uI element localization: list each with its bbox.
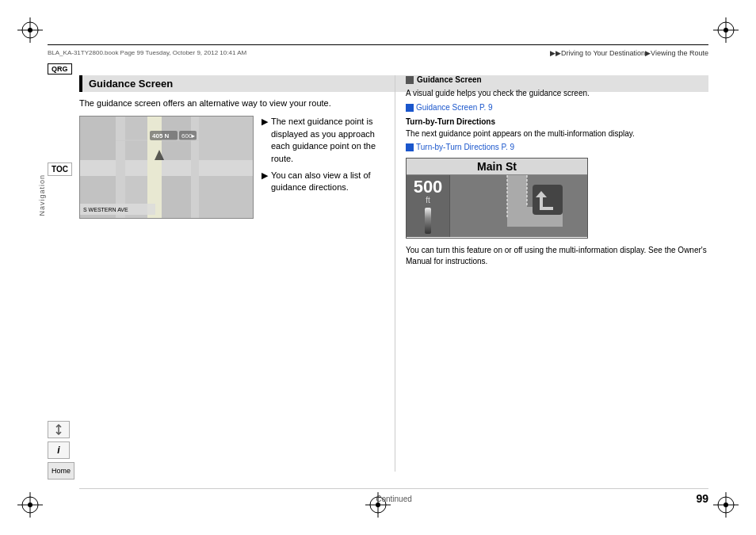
guidance-link-icon	[406, 104, 414, 112]
svg-text:405 N: 405 N	[152, 132, 170, 139]
home-button[interactable]: Home	[48, 462, 74, 480]
svg-rect-32	[162, 176, 191, 219]
svg-point-7	[724, 28, 728, 32]
bullet-arrow-1: ▶	[262, 116, 268, 165]
turn-street-name: Main St	[407, 159, 587, 175]
bullet-item-2: ▶ You can also view a list of guidance d…	[262, 170, 388, 194]
bullet-text-1: The next guidance point is displayed as …	[271, 116, 388, 165]
distance-number: 500	[414, 178, 443, 196]
distance-area: 500 ft	[407, 175, 450, 237]
bullet-text-2: You can also view a list of guidance dir…	[271, 170, 388, 194]
footer-page-number: 99	[645, 492, 708, 505]
svg-rect-27	[125, 117, 147, 160]
bottom-text: You can turn this feature on or off usin…	[406, 245, 708, 267]
tbt-link[interactable]: Turn-by-Turn Directions P. 9	[406, 143, 708, 151]
corner-mark-bl	[16, 491, 44, 519]
tbt-link-icon	[406, 143, 414, 151]
svg-rect-22	[80, 160, 254, 176]
tbt-title: Turn-by-Turn Directions	[406, 117, 708, 126]
corner-mark-br	[712, 491, 740, 519]
bullet-item-1: ▶ The next guidance point is displayed a…	[262, 116, 388, 165]
tbt-desc: The next guidance point appears on the m…	[406, 128, 708, 139]
turn-display: Main St 500 ft	[406, 158, 588, 239]
svg-point-3	[28, 28, 32, 32]
svg-point-15	[724, 503, 728, 507]
filename-label: BLA_KA-31TY2800.book Page 99 Tuesday, Oc…	[48, 49, 246, 56]
main-content: Guidance Screen The guidance screen offe…	[79, 75, 708, 487]
toc-badge[interactable]: TOC	[48, 155, 72, 176]
svg-text:S WESTERN AVE: S WESTERN AVE	[83, 207, 128, 212]
turn-arrow-area	[450, 175, 587, 237]
footer: Continued 99	[79, 488, 708, 505]
right-column: Guidance Screen A visual guide helps you…	[406, 75, 708, 267]
right-header-icon	[406, 76, 414, 84]
tbt-link-text: Turn-by-Turn Directions P. 9	[416, 143, 514, 151]
svg-rect-24	[116, 117, 125, 219]
guidance-link-text: Guidance Screen P. 9	[416, 103, 493, 112]
column-divider	[395, 75, 395, 472]
map-and-bullets: S WESTERN AVE 405 N 600▸ ▶	[79, 116, 388, 219]
section-title: Guidance Screen	[89, 78, 173, 90]
bullet-list: ▶ The next guidance point is displayed a…	[262, 116, 388, 193]
svg-rect-29	[199, 117, 254, 160]
map-image: S WESTERN AVE 405 N 600▸	[79, 116, 254, 219]
bullet-arrow-2: ▶	[262, 170, 268, 194]
info-icon[interactable]: i	[48, 441, 70, 459]
header-bar: BLA_KA-31TY2800.book Page 99 Tuesday, Oc…	[48, 44, 708, 59]
sidebar-icons: i Home	[48, 421, 74, 480]
corner-mark-tl	[16, 16, 44, 44]
guidance-link[interactable]: Guidance Screen P. 9	[406, 103, 708, 112]
footer-continued: Continued	[143, 495, 645, 503]
intro-text: The guidance screen offers an alternativ…	[79, 97, 388, 109]
svg-text:600▸: 600▸	[181, 132, 195, 139]
navigation-label: Navigation	[38, 174, 46, 216]
qrg-badge: QRG	[48, 63, 72, 75]
breadcrumb: ▶▶Driving to Your Destination▶Viewing th…	[550, 49, 708, 57]
turn-body: 500 ft	[407, 175, 587, 237]
distance-bar	[425, 208, 431, 234]
svg-rect-26	[80, 117, 116, 160]
corner-mark-tr	[712, 16, 740, 44]
left-column: The guidance screen offers an alternativ…	[79, 97, 388, 219]
svg-point-11	[28, 503, 32, 507]
distance-unit: ft	[426, 196, 430, 204]
svg-rect-48	[533, 185, 563, 215]
svg-rect-33	[199, 176, 254, 219]
right-panel-header: Guidance Screen	[406, 75, 708, 84]
right-panel-title: Guidance Screen	[417, 75, 482, 84]
route-icon[interactable]	[48, 421, 70, 438]
right-intro-text: A visual guide helps you check the guida…	[406, 88, 708, 99]
